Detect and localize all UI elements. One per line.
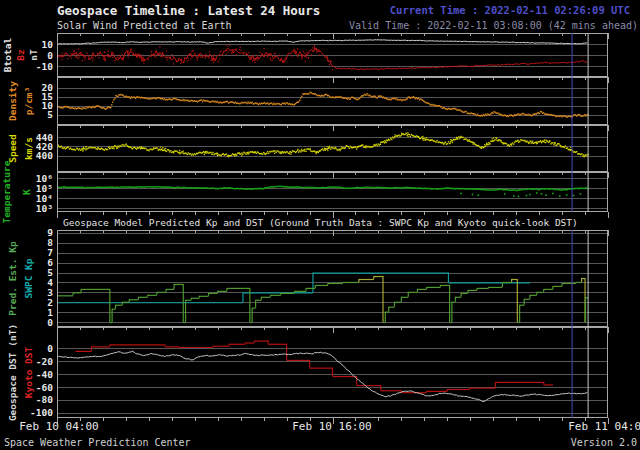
panel-density: 2015105Densityp/cm³	[7, 77, 609, 125]
axis-title-temperature: Temperature	[1, 160, 12, 223]
y-tick-label: 5	[47, 109, 53, 120]
y-tick-label: 10	[42, 39, 54, 50]
y-tick-label: 0	[47, 50, 53, 61]
y-tick-label: 400	[36, 150, 53, 161]
x-axis-label-middle: Feb 10 16:00	[290, 420, 374, 433]
y-tick-label: -20	[36, 356, 53, 367]
y-tick-label: -100	[30, 407, 53, 418]
axis-title-speed: Speed	[7, 134, 18, 163]
y-tick-label: 10³	[36, 203, 53, 214]
y-tick-label: -60	[36, 382, 53, 393]
axis-title-kp: SWPC Kp	[23, 258, 34, 298]
kp-dst-section-title: Geospace Model Predicted Kp and DST (Gro…	[63, 217, 578, 228]
panel-speed: 440420400Speedkm/s	[7, 125, 609, 172]
axis-title-dst: Kyoto DST	[23, 346, 34, 398]
y-tick-label: -40	[36, 369, 53, 380]
y-tick-label: 0	[47, 317, 53, 328]
x-axis-label-end: Feb 11 04:00	[566, 420, 640, 433]
panel-bfield: 100-10BtotalBznT	[2, 33, 609, 77]
geospace-timeline-screen: Geospace Timeline : Latest 24 Hours Curr…	[0, 0, 640, 450]
axis-title-speed: km/s	[23, 137, 34, 160]
axis-title-dst: Geospace DST (nT)	[7, 324, 18, 421]
panel-kp: 9876543210Pred. Est. KpSWPC Kp	[7, 227, 609, 327]
axis-title-kp: Pred. Est. Kp	[7, 241, 18, 316]
axis-title-bfield: nT	[28, 49, 39, 61]
footer-version-label: Version 2.0	[400, 437, 637, 448]
axis-title-bfield: Btotal	[2, 38, 13, 73]
y-tick-label: -10	[36, 61, 53, 72]
series-Btotal	[57, 40, 587, 44]
axis-title-density: p/cm³	[23, 87, 34, 116]
axis-title-bfield: Bz	[15, 49, 26, 61]
y-tick-label: 0	[47, 343, 53, 354]
axis-title-density: Density	[7, 81, 18, 121]
panel-border	[58, 78, 608, 125]
panel-temperature: 10⁶10⁵10⁴10³TemperatureK	[1, 160, 609, 223]
x-axis-label-start: Feb 10 04:00	[17, 420, 101, 433]
footer-org-label: Space Weather Prediction Center	[4, 437, 191, 448]
y-tick-label: -80	[36, 394, 53, 405]
axis-title-temperature: K	[21, 189, 32, 195]
series-Geospace-DST	[57, 351, 587, 401]
panel-dst: 0-20-40-60-80-100Geospace DST (nT)Kyoto …	[7, 324, 609, 424]
